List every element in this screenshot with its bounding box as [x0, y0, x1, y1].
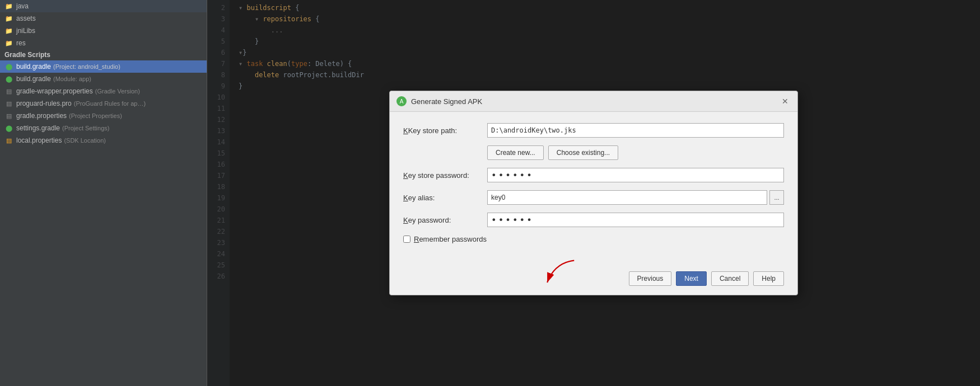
sidebar-item-label: local.properties	[16, 136, 62, 144]
sidebar-item-local-properties[interactable]: ▤ local.properties (SDK Location)	[0, 134, 207, 147]
sidebar-item-label: jniLibs	[16, 27, 35, 35]
choose-existing-button[interactable]: Choose existing...	[548, 145, 618, 160]
gradle-icon: ⬤	[4, 74, 13, 83]
sidebar-item-label: java	[16, 2, 29, 10]
sidebar-item-secondary: (Gradle Version)	[95, 88, 140, 95]
sidebar-item-secondary: (SDK Location)	[64, 137, 106, 144]
folder-icon: 📁	[4, 39, 13, 48]
sidebar-item-settings-gradle[interactable]: ⬤ settings.gradle (Project Settings)	[0, 122, 207, 134]
key-alias-input[interactable]	[487, 190, 767, 205]
properties-icon: ▤	[4, 111, 13, 120]
dialog-title-text: Generate Signed APK	[411, 97, 780, 106]
sidebar-item-secondary: (Module: app)	[53, 76, 91, 82]
gradle-icon: ⬤	[4, 124, 13, 133]
help-button[interactable]: Help	[753, 271, 784, 286]
folder-icon: 📁	[4, 26, 13, 35]
sidebar-item-secondary: (Project Settings)	[62, 125, 109, 131]
sidebar-item-label: settings.gradle	[16, 124, 60, 132]
key-alias-browse-button[interactable]: ...	[769, 190, 784, 205]
sidebar-section-gradle-scripts: Gradle Scripts	[0, 49, 207, 60]
previous-button[interactable]: Previous	[629, 271, 672, 286]
remember-passwords-label[interactable]: Remember passwords	[414, 235, 487, 243]
editor-area: 2 3 4 5 6 7 8 9 10 11 12 13 14 15 16 17 …	[207, 0, 980, 386]
sidebar-item-secondary: (ProGuard Rules for ap…)	[74, 100, 146, 107]
dialog-overlay: A Generate Signed APK ✕ KKey store path:…	[207, 0, 980, 386]
key-password-input[interactable]	[487, 213, 784, 227]
key-alias-label: Key alias:	[403, 194, 487, 202]
sidebar-item-proguard[interactable]: ▤ proguard-rules.pro (ProGuard Rules for…	[0, 97, 207, 110]
proguard-icon: ▤	[4, 99, 13, 108]
dialog-titlebar: A Generate Signed APK ✕	[390, 91, 797, 112]
sidebar-item-label: gradle-wrapper.properties	[16, 87, 93, 95]
sidebar-item-java[interactable]: 📁 java	[0, 0, 207, 12]
sidebar-item-gradle-wrapper[interactable]: ▤ gradle-wrapper.properties (Gradle Vers…	[0, 85, 207, 97]
sidebar-item-label: assets	[16, 15, 36, 22]
dialog-close-button[interactable]: ✕	[780, 96, 791, 107]
sidebar-item-label: proguard-rules.pro	[16, 100, 72, 107]
key-store-path-label: KKey store path:	[403, 126, 487, 135]
key-alias-row: Key alias: ...	[403, 190, 784, 205]
remember-passwords-row: Remember passwords	[403, 235, 784, 243]
key-store-password-input[interactable]	[487, 168, 784, 182]
key-store-path-input[interactable]	[487, 123, 784, 138]
keystore-action-buttons: Create new... Choose existing...	[487, 145, 784, 160]
sidebar-item-secondary: (Project: android_studio)	[53, 63, 120, 70]
folder-icon: 📁	[4, 2, 13, 11]
sidebar-item-jnilibs[interactable]: 📁 jniLibs	[0, 25, 207, 37]
sidebar-item-label: build.gradle	[16, 75, 51, 83]
sidebar-item-assets[interactable]: 📁 assets	[0, 12, 207, 25]
properties-icon: ▤	[4, 87, 13, 96]
next-button[interactable]: Next	[676, 271, 707, 286]
key-store-password-label: Key store password:	[403, 171, 487, 180]
sidebar-item-label: gradle.properties	[16, 112, 67, 120]
sidebar-item-res[interactable]: 📁 res	[0, 37, 207, 49]
generate-signed-apk-dialog: A Generate Signed APK ✕ KKey store path:…	[389, 91, 798, 295]
sidebar-item-secondary: (Project Properties)	[69, 112, 122, 119]
dialog-body: KKey store path: Create new... Choose ex…	[390, 112, 797, 266]
key-password-row: Key password:	[403, 213, 784, 227]
sidebar-item-label: build.gradle	[16, 63, 51, 70]
cancel-button[interactable]: Cancel	[711, 271, 749, 286]
sidebar-item-label: res	[16, 39, 26, 47]
sidebar-item-gradle-properties[interactable]: ▤ gradle.properties (Project Properties)	[0, 110, 207, 122]
dialog-footer: Previous Next Cancel Help	[390, 266, 797, 295]
arrow-annotation	[540, 257, 579, 288]
sidebar-item-build-gradle-module[interactable]: ⬤ build.gradle (Module: app)	[0, 73, 207, 85]
sidebar-item-build-gradle-project[interactable]: ⬤ build.gradle (Project: android_studio)	[0, 60, 207, 73]
folder-icon: 📁	[4, 14, 13, 23]
sidebar: 📁 java 📁 assets 📁 jniLibs 📁 res Gradle S…	[0, 0, 207, 386]
section-label: Gradle Scripts	[4, 51, 50, 59]
key-store-password-row: Key store password:	[403, 168, 784, 182]
key-password-label: Key password:	[403, 216, 487, 224]
remember-passwords-checkbox[interactable]	[403, 236, 410, 243]
gradle-icon: ⬤	[4, 62, 13, 71]
properties-icon: ▤	[4, 136, 13, 145]
dialog-title-icon: A	[396, 96, 407, 106]
key-store-path-row: KKey store path:	[403, 123, 784, 138]
create-new-button[interactable]: Create new...	[487, 145, 544, 160]
